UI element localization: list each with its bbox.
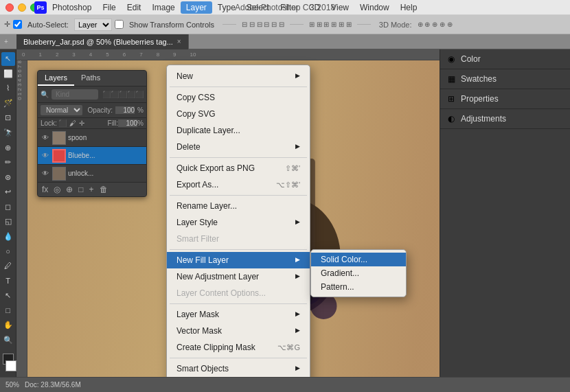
layer-item-blueberry[interactable]: 👁 Bluebe... — [38, 147, 146, 165]
tab-paths[interactable]: Paths — [74, 71, 107, 86]
menu-divider-6 — [170, 358, 307, 358]
healing-tool[interactable]: ⊕ — [1, 141, 15, 154]
opacity-input[interactable] — [115, 106, 135, 114]
layer-visibility-spoon[interactable]: 👁 — [41, 133, 50, 143]
zoom-level: 50% — [5, 381, 19, 389]
auto-select-checkbox[interactable] — [13, 20, 22, 29]
menu-item-new-fill[interactable]: New Fill Layer ▶ — [167, 252, 310, 268]
menu-edit[interactable]: Edit — [122, 1, 147, 14]
right-panel-color[interactable]: ◉ Color — [440, 49, 570, 69]
right-panel-swatches-label: Swatches — [461, 74, 497, 84]
layer-search-input[interactable] — [52, 89, 98, 100]
distribute-icons: ⊞ ⊞ ⊞ ⊞ ⊞ ⊞ — [309, 21, 352, 28]
submenu-gradient[interactable]: Gradient... — [311, 266, 406, 280]
layer-item-spoon[interactable]: 👁 spoon — [38, 129, 146, 147]
eyedropper-tool[interactable]: 🔭 — [1, 126, 15, 140]
fill-label: Fill: — [108, 119, 119, 127]
tab-close-button[interactable]: × — [177, 38, 181, 45]
right-panel-properties[interactable]: ⊞ Properties — [440, 89, 570, 109]
layer-delete-button[interactable]: 🗑 — [98, 185, 109, 194]
fill-input[interactable] — [118, 119, 137, 127]
layer-thumbnail-unlock — [52, 167, 66, 181]
menu-item-duplicate[interactable]: Duplicate Layer... — [167, 122, 310, 139]
menu-item-smart-objects[interactable]: Smart Objects ▶ — [167, 360, 310, 377]
lock-image-icon[interactable]: 🖌 — [69, 119, 76, 127]
menu-item-delete[interactable]: Delete ▶ — [167, 139, 310, 155]
layer-group-button[interactable]: □ — [77, 185, 84, 194]
layer-visibility-blueberry[interactable]: 👁 — [41, 151, 50, 161]
tab-layers[interactable]: Layers — [38, 71, 74, 86]
path-select[interactable]: ↖ — [1, 289, 15, 303]
right-panel-swatches[interactable]: ▦ Swatches — [440, 69, 570, 89]
background-color[interactable] — [5, 360, 16, 371]
document-tab[interactable]: Blueberry_Jar.psd @ 50% (Blueberries tag… — [16, 34, 189, 49]
fill-percent: % — [137, 119, 144, 127]
adjustments-icon: ◐ — [446, 113, 457, 124]
menu-photoshop[interactable]: Photoshop — [47, 1, 97, 14]
lock-label: Lock: — [41, 119, 57, 127]
tab-label: Blueberry_Jar.psd @ 50% (Blueberries tag… — [23, 38, 173, 46]
submenu-pattern[interactable]: Pattern... — [311, 280, 406, 294]
history-brush[interactable]: ↩ — [1, 185, 15, 199]
menu-item-new-adjustment[interactable]: New Adjustment Layer ▶ — [167, 268, 310, 285]
close-button[interactable] — [5, 3, 14, 12]
menu-item-copy-css[interactable]: Copy CSS — [167, 89, 310, 106]
right-panel-adjustments-label: Adjustments — [461, 114, 506, 124]
hand-tool[interactable]: ✋ — [1, 319, 15, 332]
blend-mode-select[interactable]: Normal — [41, 105, 82, 115]
stamp-tool[interactable]: ⊛ — [1, 170, 15, 184]
move-tool[interactable]: ↖ — [1, 52, 15, 66]
vertical-ruler: 0 1 2 3 4 5 6 7 8 — [16, 60, 27, 377]
auto-select-label: Auto-Select: — [25, 19, 71, 30]
layer-fx-button[interactable]: fx — [41, 185, 49, 194]
menu-item-export-as[interactable]: Export As... ⌥⇧⌘' — [167, 176, 310, 193]
zoom-tool[interactable]: 🔍 — [1, 333, 15, 347]
crop-tool[interactable]: ⊡ — [1, 111, 15, 125]
menu-image[interactable]: Image — [146, 1, 180, 14]
layer-name-unlock: unlock... — [68, 170, 93, 177]
menu-help[interactable]: Help — [395, 1, 423, 14]
menu-item-new[interactable]: New ▶ — [167, 68, 310, 84]
menu-file[interactable]: File — [97, 1, 121, 14]
3d-mode-label: 3D Mode: — [376, 21, 415, 29]
submenu-solid-color[interactable]: Solid Color... — [311, 253, 406, 266]
menu-divider-1 — [170, 87, 307, 87]
menu-divider-2 — [170, 157, 307, 158]
menu-item-clipping-mask[interactable]: Create Clipping Mask ⌥⌘G — [167, 339, 310, 356]
dodge-tool[interactable]: ○ — [1, 244, 15, 258]
menu-window[interactable]: Window — [354, 1, 395, 14]
quick-select-tool[interactable]: 🪄 — [1, 97, 15, 111]
ps-logo: Ps — [34, 1, 47, 14]
layers-panel-tabs: Layers Paths — [38, 71, 146, 87]
layer-new-button[interactable]: + — [88, 185, 95, 194]
eraser-tool[interactable]: ◻ — [1, 200, 15, 214]
menu-item-quick-export[interactable]: Quick Export as PNG ⇧⌘' — [167, 160, 310, 176]
layer-item-unlock[interactable]: 👁 unlock... — [38, 165, 146, 183]
layer-mask-button[interactable]: ◎ — [52, 185, 62, 194]
lock-row: Lock: ⬛ 🖌 ✛ Fill: % — [38, 118, 146, 129]
menu-item-rename[interactable]: Rename Layer... — [167, 198, 310, 214]
menu-layer[interactable]: Layer — [181, 1, 212, 14]
show-transform-checkbox[interactable] — [115, 20, 124, 29]
right-panel-adjustments[interactable]: ◐ Adjustments — [440, 109, 570, 129]
menu-item-copy-svg[interactable]: Copy SVG — [167, 106, 310, 122]
lock-transparency-icon[interactable]: ⬛ — [58, 119, 67, 127]
minimize-button[interactable] — [18, 3, 26, 12]
menu-item-layer-style[interactable]: Layer Style ▶ — [167, 214, 310, 231]
menu-item-layer-mask[interactable]: Layer Mask ▶ — [167, 306, 310, 323]
type-tool[interactable]: T — [1, 274, 15, 288]
layer-adjustment-button[interactable]: ⊕ — [65, 185, 74, 194]
auto-select-dropdown[interactable]: Layer Group — [74, 19, 112, 31]
selection-tool[interactable]: ⬜ — [1, 67, 15, 81]
lock-position-icon[interactable]: ✛ — [79, 119, 84, 127]
layer-visibility-unlock[interactable]: 👁 — [41, 169, 50, 178]
brush-tool[interactable]: ✏ — [1, 156, 15, 170]
align-icons: ⊟ ⊟ ⊟ ⊟ ⊟ ⊟ — [242, 21, 284, 28]
pen-tool[interactable]: 🖊 — [1, 260, 15, 273]
right-panel-properties-label: Properties — [461, 94, 499, 104]
lasso-tool[interactable]: ⌇ — [1, 82, 15, 95]
menu-item-vector-mask[interactable]: Vector Mask ▶ — [167, 323, 310, 339]
blur-tool[interactable]: 💧 — [1, 230, 15, 244]
gradient-tool[interactable]: ◱ — [1, 215, 15, 229]
shape-tool[interactable]: □ — [1, 303, 15, 317]
